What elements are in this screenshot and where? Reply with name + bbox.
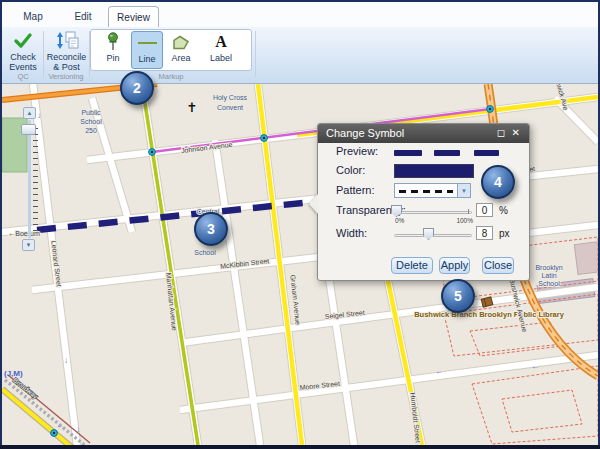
tab-edit[interactable]: Edit [60, 6, 106, 27]
ps250-label: 250 [85, 127, 97, 134]
symbol-preview-dash [394, 150, 422, 156]
central-school-label: School [194, 249, 216, 256]
window-border [0, 0, 2, 449]
svg-text:↓: ↓ [64, 356, 68, 365]
ps250-label: Public [81, 109, 101, 116]
line-tool-button[interactable]: Line [131, 31, 163, 69]
check-events-button[interactable]: Check Events [4, 30, 42, 74]
ribbon-tab-bar: Map Edit Review [2, 2, 598, 27]
group-divider [255, 31, 256, 77]
transparency-input[interactable] [476, 203, 493, 217]
pattern-label: Pattern: [336, 184, 375, 196]
reconcile-post-label: Reconcile & Post [45, 52, 88, 72]
preview-label: Preview: [336, 145, 378, 157]
check-events-label: Check Events [4, 52, 42, 72]
group-markup-label: Markup [158, 72, 183, 81]
graham-avenue-label: Graham Avenue [289, 274, 301, 325]
zoom-slider-thumb[interactable] [21, 124, 36, 135]
zoom-in-button[interactable]: ▲ [23, 107, 36, 119]
pattern-dash-preview [399, 190, 453, 193]
library-label: Bushwick Branch Brooklyn Public Library [414, 310, 564, 319]
zoom-slider-track[interactable] [28, 120, 31, 238]
check-icon [4, 30, 42, 50]
callout-badge-5: 5 [441, 279, 475, 313]
symbol-preview-dash [474, 150, 499, 156]
transparency-max-label: 100% [448, 217, 473, 224]
close-button[interactable]: Close [482, 257, 514, 274]
area-label: Area [165, 53, 197, 63]
close-icon[interactable]: ✕ [512, 124, 520, 143]
brooklyn-latin-label: School [538, 280, 560, 287]
ribbon: Check Events Reconcile & Post [2, 27, 598, 84]
holy-cross-label: Convent [217, 104, 243, 111]
group-divider [43, 31, 44, 77]
svg-text:←: ← [56, 421, 64, 430]
pin-label: Pin [97, 53, 129, 63]
transparency-slider-tick [468, 209, 469, 214]
line-label: Line [132, 54, 162, 64]
window-border [0, 0, 600, 2]
callout-badge-3: 3 [194, 212, 228, 246]
transparency-min-label: 0% [395, 217, 404, 224]
color-label: Color: [336, 164, 365, 176]
pattern-dropdown[interactable] [394, 183, 458, 198]
reconcile-icon [45, 30, 88, 50]
ps250-label: School [80, 118, 102, 125]
callout-badge-4: 4 [481, 165, 515, 199]
pin-icon [97, 31, 129, 53]
color-swatch[interactable] [394, 164, 474, 178]
label-tool-button[interactable]: A Label [201, 31, 241, 69]
area-icon [165, 31, 197, 53]
humboldt-street-label: Humboldt Street [409, 392, 421, 443]
svg-text:↓: ↓ [76, 425, 80, 434]
label-label: Label [201, 53, 241, 63]
brooklyn-latin-label: Latin [541, 272, 556, 279]
callout-badge-2: 2 [120, 71, 154, 105]
reconcile-post-button[interactable]: Reconcile & Post [45, 30, 88, 74]
svg-text:↓: ↓ [37, 111, 41, 120]
svg-text:←: ← [435, 367, 443, 376]
window-border [0, 445, 600, 449]
tab-review[interactable]: Review [108, 6, 159, 27]
symbol-preview-dash [434, 150, 460, 156]
width-slider-thumb[interactable] [423, 228, 434, 240]
brooklyn-latin-label: Brooklyn [535, 264, 562, 272]
group-versioning-label: Versioning [48, 72, 83, 81]
dialog-callout-arrow [309, 194, 318, 214]
holy-cross-label: Holy Cross [213, 94, 248, 102]
apply-button[interactable]: Apply [439, 257, 470, 274]
transparency-unit: % [499, 205, 508, 216]
width-unit: px [499, 228, 510, 239]
delete-button[interactable]: Delete [391, 257, 433, 274]
area-tool-button[interactable]: Area [165, 31, 197, 69]
pattern-dropdown-arrow[interactable]: ▼ [457, 183, 471, 198]
transparency-slider-track[interactable] [394, 211, 472, 214]
subway-jm-label: (J,M) [4, 369, 23, 378]
pin-tool-button[interactable]: Pin [97, 31, 129, 69]
group-qc-label: QC [17, 72, 28, 81]
svg-text:←: ← [531, 362, 539, 371]
broadway-vertex-dot [53, 432, 55, 434]
markup-panel: Pin Line Area A Label [90, 29, 252, 71]
maximize-icon[interactable]: ◻ [497, 124, 505, 143]
change-symbol-dialog: Change Symbol ◻ ✕ Preview: Color: Patter… [317, 123, 530, 281]
church-cross-icon: ✝ [187, 100, 198, 115]
width-label: Width: [336, 227, 367, 239]
tab-map[interactable]: Map [10, 6, 56, 27]
width-input[interactable] [476, 226, 493, 240]
line-icon [132, 32, 162, 54]
app-window: Map Edit Review Check Events [0, 0, 600, 449]
zoom-out-button[interactable]: ▼ [22, 239, 35, 251]
zoom-slider-ticks [33, 128, 38, 236]
label-a-icon: A [201, 31, 241, 53]
